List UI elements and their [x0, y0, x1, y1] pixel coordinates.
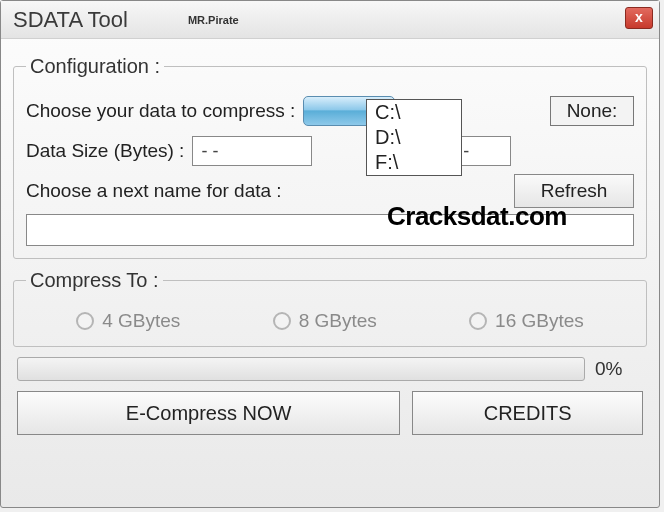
- credits-button[interactable]: CREDITS: [412, 391, 643, 435]
- window-subtitle: MR.Pirate: [188, 14, 239, 26]
- radio-icon: [273, 312, 291, 330]
- window-body: Configuration : Choose your data to comp…: [1, 39, 659, 447]
- titlebar: SDATA Tool MR.Pirate x: [1, 1, 659, 39]
- radio-label: 4 GBytes: [102, 310, 180, 332]
- refresh-label: Refresh: [541, 180, 608, 202]
- close-icon: x: [635, 9, 643, 25]
- progress-bar: [17, 357, 585, 381]
- credits-label: CREDITS: [484, 402, 572, 425]
- radio-icon: [469, 312, 487, 330]
- app-window: SDATA Tool MR.Pirate x Configuration : C…: [0, 0, 660, 508]
- none-box: None:: [550, 96, 634, 126]
- drive-dropdown-list: C:\ D:\ F:\: [366, 99, 462, 176]
- dropdown-option-d[interactable]: D:\: [367, 125, 461, 150]
- next-name-label: Choose a next name for data :: [26, 180, 282, 202]
- radio-16gb[interactable]: 16 GBytes: [469, 310, 584, 332]
- data-size-value: - -: [201, 141, 218, 162]
- ecompress-label: E-Compress NOW: [126, 402, 292, 425]
- dropdown-option-f[interactable]: F:\: [367, 150, 461, 175]
- configuration-group: Configuration : Choose your data to comp…: [13, 55, 647, 259]
- window-title: SDATA Tool: [13, 7, 128, 33]
- radio-label: 16 GBytes: [495, 310, 584, 332]
- dropdown-option-c[interactable]: C:\: [367, 100, 461, 125]
- progress-percent: 0%: [595, 358, 643, 380]
- refresh-button[interactable]: Refresh: [514, 174, 634, 208]
- radio-8gb[interactable]: 8 GBytes: [273, 310, 377, 332]
- none-label: None:: [567, 100, 618, 122]
- data-size-field[interactable]: - -: [192, 136, 312, 166]
- progress-row: 0%: [17, 357, 643, 381]
- ecompress-now-button[interactable]: E-Compress NOW: [17, 391, 400, 435]
- name-input[interactable]: [26, 214, 634, 246]
- data-size-label: Data Size (Bytes) :: [26, 140, 184, 162]
- radio-label: 8 GBytes: [299, 310, 377, 332]
- radio-4gb[interactable]: 4 GBytes: [76, 310, 180, 332]
- compress-to-legend: Compress To :: [26, 269, 163, 292]
- configuration-legend: Configuration :: [26, 55, 164, 78]
- compress-to-group: Compress To : 4 GBytes 8 GBytes 16 GByte…: [13, 269, 647, 347]
- radio-icon: [76, 312, 94, 330]
- choose-data-label: Choose your data to compress :: [26, 100, 295, 122]
- close-button[interactable]: x: [625, 7, 653, 29]
